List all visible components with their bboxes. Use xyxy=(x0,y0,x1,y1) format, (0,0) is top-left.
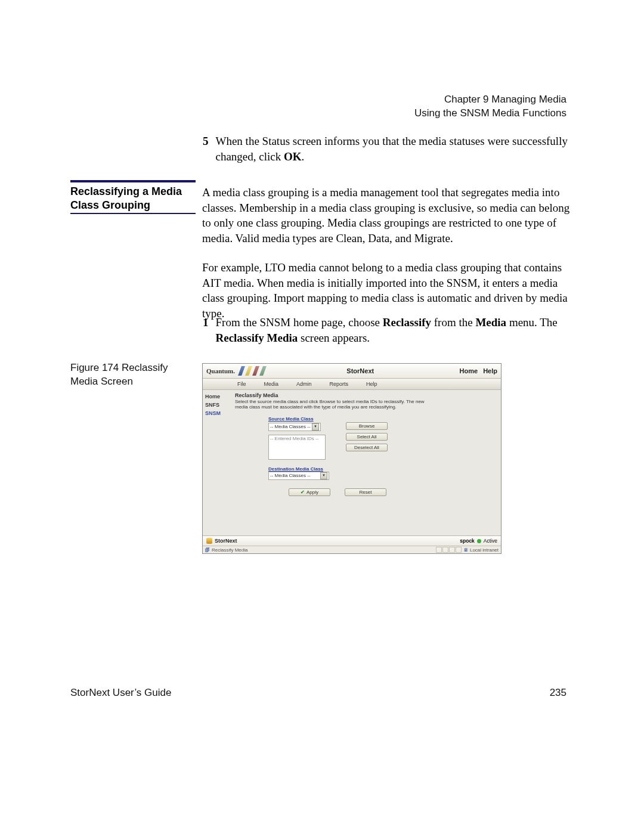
status-page-name: Reclassify Media xyxy=(212,547,247,553)
section-heading-rule-bottom xyxy=(70,213,196,214)
app-footer-bar: StorNext spock Active xyxy=(203,535,501,546)
brand-label: Quantum. xyxy=(206,367,235,374)
sidebar-item-snfs[interactable]: SNFS xyxy=(205,402,233,408)
figure-caption: Figure 174 Reclassify Media Screen xyxy=(70,361,196,389)
main-description: Select the source media class and click … xyxy=(235,400,426,410)
destination-select-value: -- Media Classes -- xyxy=(270,473,311,478)
footer-page-number: 235 xyxy=(550,687,566,699)
app-body: Home SNFS SNSM Reclassify Media Select t… xyxy=(203,390,501,537)
app-titlebar: Quantum. StorNext Home Help xyxy=(203,364,501,379)
document-page: Chapter 9 Managing Media Using the SNSM … xyxy=(0,0,644,833)
apply-button[interactable]: ✔Apply xyxy=(289,488,330,496)
step-5-text-c: . xyxy=(302,150,305,163)
main-title: Reclassify Media xyxy=(235,392,497,398)
source-block: Source Media Class -- Media Classes -- ▼… xyxy=(235,416,497,460)
entered-media-ids-listbox[interactable]: -- Entered Media IDs -- xyxy=(268,435,326,460)
menu-help[interactable]: Help xyxy=(366,381,377,387)
step-5-text-bold: OK xyxy=(284,150,302,163)
check-icon: ✔ xyxy=(301,490,305,495)
step-5-text: When the Status screen informs you that … xyxy=(216,134,573,164)
section-heading-text: Reclassifying a Media Class Grouping xyxy=(70,185,196,212)
app-main: Reclassify Media Select the source media… xyxy=(235,390,501,537)
footer-guide-name: StorNext User’s Guide xyxy=(70,687,171,699)
step-1-number: 1 xyxy=(203,315,209,345)
nav-home-link[interactable]: Home xyxy=(460,367,478,374)
nav-help-link[interactable]: Help xyxy=(483,367,497,374)
step-1: 1 From the SNSM home page, choose Reclas… xyxy=(203,315,572,345)
source-media-class-select[interactable]: -- Media Classes -- ▼ xyxy=(268,423,321,431)
app-title: StorNext xyxy=(346,367,374,374)
status-boxes xyxy=(436,547,462,553)
section-heading-rule-top xyxy=(70,180,196,182)
source-media-class-label[interactable]: Source Media Class xyxy=(268,416,326,422)
page-header: Chapter 9 Managing Media Using the SNSM … xyxy=(414,93,566,120)
step-1-text: From the SNSM home page, choose Reclassi… xyxy=(216,315,573,345)
reset-button[interactable]: Reset xyxy=(345,488,386,496)
step-5-number: 5 xyxy=(203,134,209,164)
destination-block: Destination Media Class -- Media Classes… xyxy=(235,466,497,480)
section-heading: Reclassifying a Media Class Grouping xyxy=(70,180,196,214)
app-sidebar: Home SNFS SNSM xyxy=(203,390,235,537)
chevron-down-icon: ▼ xyxy=(312,423,319,431)
chapter-label: Chapter 9 Managing Media xyxy=(414,93,566,107)
select-all-button[interactable]: Select All xyxy=(346,433,388,441)
source-select-value: -- Media Classes -- xyxy=(270,424,311,429)
sidebar-item-snsm[interactable]: SNSM xyxy=(205,410,233,416)
footer-hostname: spock xyxy=(460,538,475,544)
chevron-down-icon: ▼ xyxy=(320,472,327,479)
footer-brand: StorNext xyxy=(215,538,237,544)
sidebar-item-home[interactable]: Home xyxy=(205,394,233,400)
destination-media-class-select[interactable]: -- Media Classes -- ▼ xyxy=(268,472,329,480)
page-icon: 🗐 xyxy=(205,547,210,553)
paragraph-example: For example, LTO media cannot belong to … xyxy=(202,260,572,321)
paragraph-intro: A media class grouping is a media manage… xyxy=(202,185,572,246)
menu-reports[interactable]: Reports xyxy=(330,381,349,387)
intranet-icon: 🖥 xyxy=(463,547,468,553)
menu-bar: File Media Admin Reports Help xyxy=(203,379,501,390)
listbox-placeholder: -- Entered Media IDs -- xyxy=(270,436,318,441)
browser-statusbar: 🗐 Reclassify Media 🖥 Local intranet xyxy=(203,546,501,553)
brand-bars-icon xyxy=(238,366,267,376)
menu-media[interactable]: Media xyxy=(264,381,279,387)
step-5-text-a: When the Status screen informs you that … xyxy=(216,135,568,163)
step-5: 5 When the Status screen informs you tha… xyxy=(203,134,572,164)
chapter-subtitle: Using the SNSM Media Functions xyxy=(414,107,566,120)
status-zone: Local intranet xyxy=(470,547,499,553)
footer-status: Active xyxy=(484,538,497,544)
action-buttons: ✔Apply Reset xyxy=(235,488,497,496)
deselect-all-button[interactable]: Deselect All xyxy=(346,444,388,451)
reclassify-media-screenshot: Quantum. StorNext Home Help File Media A… xyxy=(202,363,501,554)
destination-media-class-label[interactable]: Destination Media Class xyxy=(268,466,323,472)
stornext-logo-icon xyxy=(206,538,212,544)
status-dot-icon xyxy=(477,539,481,543)
menu-file[interactable]: File xyxy=(237,381,246,387)
browse-button[interactable]: Browse xyxy=(346,422,388,430)
menu-admin[interactable]: Admin xyxy=(296,381,312,387)
